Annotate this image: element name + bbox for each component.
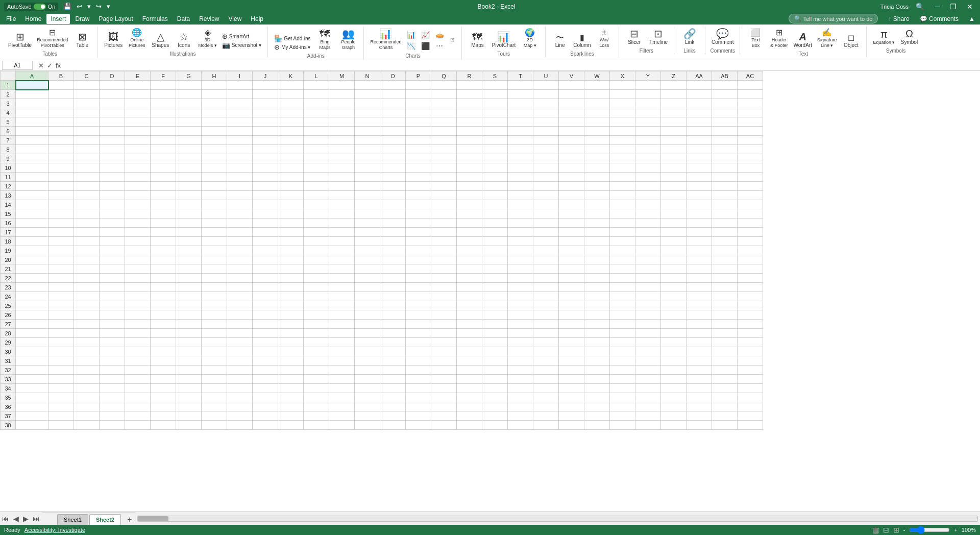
cell-K24[interactable] — [278, 292, 304, 301]
cell-H16[interactable] — [202, 218, 227, 228]
cell-Y37[interactable] — [635, 411, 661, 421]
cell-E1[interactable] — [125, 81, 151, 90]
cell-A3[interactable] — [16, 99, 48, 108]
cell-J21[interactable] — [253, 264, 278, 274]
cell-AC3[interactable] — [738, 99, 763, 108]
cell-E35[interactable] — [125, 393, 151, 402]
cell-J14[interactable] — [253, 200, 278, 209]
cell-Q32[interactable] — [431, 366, 457, 375]
cell-X15[interactable] — [610, 209, 635, 218]
cell-L20[interactable] — [304, 255, 329, 264]
cell-Y27[interactable] — [635, 320, 661, 329]
cell-D6[interactable] — [100, 127, 125, 136]
timeline-button[interactable]: ⊡ Timeline — [647, 28, 670, 46]
cell-J9[interactable] — [253, 154, 278, 163]
cell-O22[interactable] — [380, 274, 406, 283]
cell-M16[interactable] — [329, 218, 355, 228]
cell-H32[interactable] — [202, 366, 227, 375]
cell-T2[interactable] — [508, 90, 533, 99]
cell-G1[interactable] — [176, 81, 202, 90]
sheet-first-button[interactable]: ⏮ — [0, 514, 11, 524]
cell-S5[interactable] — [482, 117, 508, 127]
cell-J20[interactable] — [253, 255, 278, 264]
cell-G13[interactable] — [176, 191, 202, 200]
cell-AC22[interactable] — [738, 274, 763, 283]
cell-N37[interactable] — [355, 411, 380, 421]
cell-P37[interactable] — [406, 411, 431, 421]
cell-I9[interactable] — [227, 154, 253, 163]
cell-AC4[interactable] — [738, 108, 763, 117]
cell-F31[interactable] — [151, 356, 176, 366]
cell-J17[interactable] — [253, 228, 278, 237]
cell-I10[interactable] — [227, 163, 253, 173]
cell-D8[interactable] — [100, 145, 125, 154]
cell-Y26[interactable] — [635, 310, 661, 320]
cell-F12[interactable] — [151, 182, 176, 191]
zoom-level[interactable]: 100% — [962, 527, 976, 533]
pivot-table-button[interactable]: ⊞ PivotTable — [6, 31, 34, 50]
cell-P14[interactable] — [406, 200, 431, 209]
cell-P11[interactable] — [406, 173, 431, 182]
cell-Y14[interactable] — [635, 200, 661, 209]
cell-P7[interactable] — [406, 136, 431, 145]
cell-N17[interactable] — [355, 228, 380, 237]
cell-N18[interactable] — [355, 237, 380, 246]
cell-P36[interactable] — [406, 402, 431, 411]
cell-A28[interactable] — [16, 329, 48, 338]
cell-F18[interactable] — [151, 237, 176, 246]
cell-AA22[interactable] — [687, 274, 712, 283]
cell-Z14[interactable] — [661, 200, 687, 209]
cell-G4[interactable] — [176, 108, 202, 117]
cell-I13[interactable] — [227, 191, 253, 200]
cell-Y9[interactable] — [635, 154, 661, 163]
cell-L26[interactable] — [304, 310, 329, 320]
cell-D3[interactable] — [100, 99, 125, 108]
cell-S6[interactable] — [482, 127, 508, 136]
cell-R28[interactable] — [457, 329, 482, 338]
cell-V14[interactable] — [559, 200, 584, 209]
cell-AC14[interactable] — [738, 200, 763, 209]
cell-S16[interactable] — [482, 218, 508, 228]
cell-U24[interactable] — [533, 292, 559, 301]
cell-J27[interactable] — [253, 320, 278, 329]
cell-AC33[interactable] — [738, 375, 763, 384]
cell-Q24[interactable] — [431, 292, 457, 301]
shapes-button[interactable]: △ Shapes — [149, 31, 172, 50]
cell-O32[interactable] — [380, 366, 406, 375]
cell-R31[interactable] — [457, 356, 482, 366]
cell-I1[interactable] — [227, 81, 253, 90]
cell-S19[interactable] — [482, 246, 508, 255]
cell-Z29[interactable] — [661, 338, 687, 347]
cell-R1[interactable] — [457, 81, 482, 90]
menu-view[interactable]: View — [225, 14, 246, 24]
cell-L32[interactable] — [304, 366, 329, 375]
cell-B37[interactable] — [48, 411, 74, 421]
recommended-pivot-button[interactable]: ⊟ RecommendedPivotTables — [35, 28, 70, 50]
cell-Z33[interactable] — [661, 375, 687, 384]
cell-A34[interactable] — [16, 384, 48, 393]
cell-E5[interactable] — [125, 117, 151, 127]
cell-S34[interactable] — [482, 384, 508, 393]
cell-G28[interactable] — [176, 329, 202, 338]
cell-U7[interactable] — [533, 136, 559, 145]
cell-I12[interactable] — [227, 182, 253, 191]
cell-K12[interactable] — [278, 182, 304, 191]
cell-N33[interactable] — [355, 375, 380, 384]
cell-C33[interactable] — [74, 375, 100, 384]
cell-Q36[interactable] — [431, 402, 457, 411]
cell-AA3[interactable] — [687, 99, 712, 108]
cell-M36[interactable] — [329, 402, 355, 411]
cell-D1[interactable] — [100, 81, 125, 90]
cell-L33[interactable] — [304, 375, 329, 384]
cell-P28[interactable] — [406, 329, 431, 338]
cell-S27[interactable] — [482, 320, 508, 329]
cell-Z3[interactable] — [661, 99, 687, 108]
cell-R35[interactable] — [457, 393, 482, 402]
cell-V38[interactable] — [559, 421, 584, 430]
cell-H25[interactable] — [202, 301, 227, 310]
cell-J29[interactable] — [253, 338, 278, 347]
cell-B38[interactable] — [48, 421, 74, 430]
cell-I5[interactable] — [227, 117, 253, 127]
charts-expand-button[interactable]: ⊡ — [447, 36, 457, 43]
cell-N38[interactable] — [355, 421, 380, 430]
